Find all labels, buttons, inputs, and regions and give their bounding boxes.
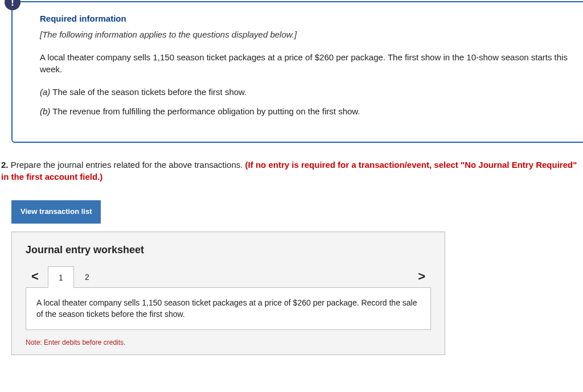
worksheet-tabs: 1 2 [48,265,100,288]
question-text: Prepare the journal entries related for … [9,160,245,170]
chevron-left-icon[interactable]: < [26,267,44,286]
worksheet-description: A local theater company sells 1,150 seas… [26,287,431,330]
info-item-b-text: The revenue from fulfilling the performa… [50,106,360,116]
required-info-heading: Required information [40,13,569,25]
question-prompt: 2. Prepare the journal entries related f… [1,159,583,184]
info-item-a: (a) The sale of the season tickets befor… [40,86,569,98]
tab-1[interactable]: 1 [48,266,74,288]
required-info-box: ! Required information [The following in… [11,1,583,143]
debit-credit-note: Note: Enter debits before credits. [26,338,431,348]
question-number: 2. [1,160,9,170]
chevron-right-icon[interactable]: > [412,267,431,286]
info-instruction: [The following information applies to th… [40,28,569,41]
info-item-a-label: (a) [40,87,50,97]
info-item-b-label: (b) [40,106,50,116]
info-icon: ! [5,0,20,10]
view-transaction-list-button[interactable]: View transaction list [11,200,101,224]
worksheet-title: Journal entry worksheet [26,242,431,257]
info-item-b: (b) The revenue from fulfilling the perf… [40,105,569,118]
tab-2[interactable]: 2 [74,266,100,288]
info-body: A local theater company sells 1,150 seas… [40,51,569,76]
worksheet-tab-row: < 1 2 > [26,265,431,288]
journal-entry-worksheet: Journal entry worksheet < 1 2 > A local … [11,232,445,355]
info-item-a-text: The sale of the season tickets before th… [50,87,247,97]
